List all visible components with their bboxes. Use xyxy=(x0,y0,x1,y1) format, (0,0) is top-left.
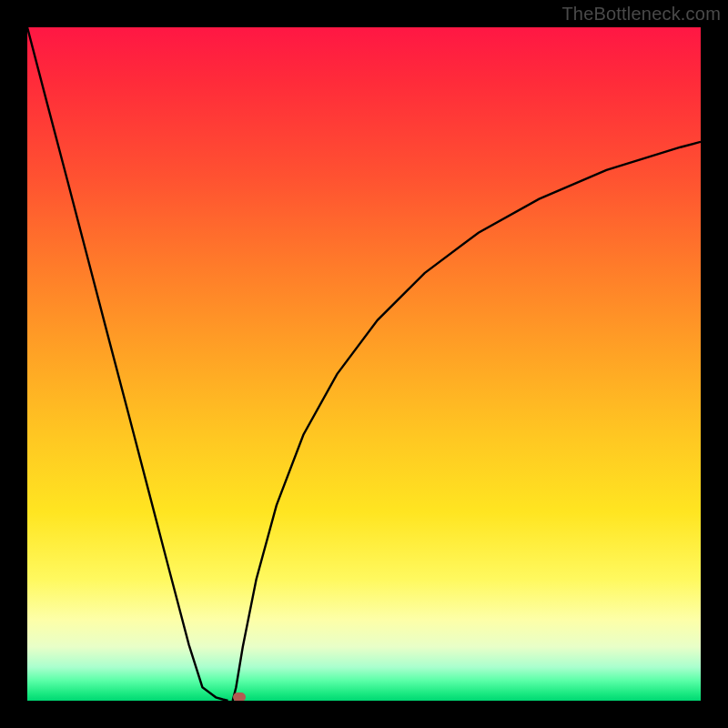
plot-area xyxy=(27,27,701,701)
curve-right-segment xyxy=(233,142,701,701)
cusp-marker xyxy=(233,693,246,701)
curve-left-segment xyxy=(27,27,228,701)
bottleneck-curve xyxy=(27,27,701,701)
watermark-text: TheBottleneck.com xyxy=(561,4,721,25)
chart-frame: TheBottleneck.com xyxy=(0,0,728,728)
